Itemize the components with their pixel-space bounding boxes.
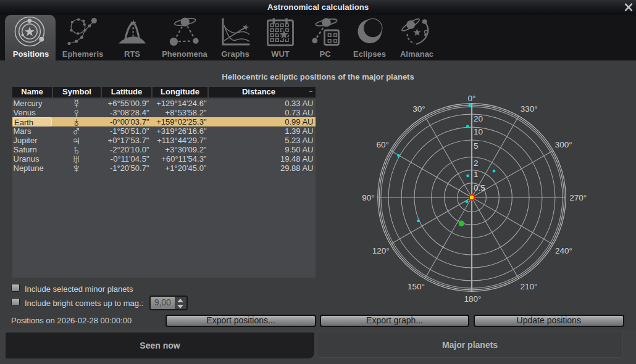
svg-text:300°: 300° <box>555 140 572 149</box>
svg-text:150°: 150° <box>408 282 425 291</box>
svg-text:1: 1 <box>474 170 479 179</box>
svg-text:10: 10 <box>474 127 483 136</box>
svg-text:330°: 330° <box>521 104 538 114</box>
svg-text:210°: 210° <box>521 282 538 291</box>
svg-text:30°: 30° <box>412 104 425 114</box>
svg-text:60°: 60° <box>376 140 388 149</box>
svg-text:120°: 120° <box>372 246 390 255</box>
svg-text:2: 2 <box>474 159 479 168</box>
svg-text:20: 20 <box>474 114 483 123</box>
svg-text:0.5: 0.5 <box>474 183 485 192</box>
svg-text:270°: 270° <box>569 193 587 202</box>
svg-text:90°: 90° <box>362 193 374 202</box>
svg-text:5: 5 <box>474 141 479 151</box>
svg-text:240°: 240° <box>555 246 572 255</box>
svg-text:180°: 180° <box>464 294 482 304</box>
svg-text:0°: 0° <box>468 94 476 103</box>
